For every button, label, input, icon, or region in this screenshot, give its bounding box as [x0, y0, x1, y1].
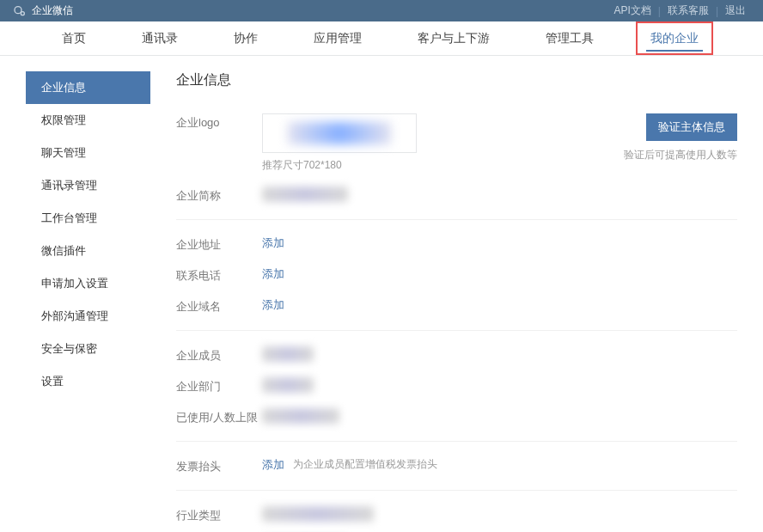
label-departments: 企业部门 — [176, 377, 262, 394]
separator: | — [658, 5, 661, 17]
verify-button[interactable]: 验证主体信息 — [646, 113, 737, 141]
sidebar-item-company-info[interactable]: 企业信息 — [26, 71, 150, 104]
divider — [176, 330, 737, 331]
sidebar-item-workbench[interactable]: 工作台管理 — [26, 202, 150, 235]
redacted-logo — [288, 122, 391, 144]
nav-admin-tools[interactable]: 管理工具 — [533, 21, 607, 55]
nav-collaboration[interactable]: 协作 — [221, 21, 271, 55]
redacted-value — [262, 408, 339, 424]
logo-preview[interactable] — [262, 113, 417, 153]
invoice-hint: 为企业成员配置增值税发票抬头 — [293, 457, 437, 472]
redacted-value — [262, 506, 374, 522]
redacted-value — [262, 377, 314, 393]
add-invoice-link[interactable]: 添加 — [262, 457, 284, 473]
sidebar-item-security[interactable]: 安全与保密 — [26, 333, 150, 365]
wecom-logo-icon — [13, 4, 27, 18]
top-nav: 首页 通讯录 协作 应用管理 客户与上下游 管理工具 我的企业 — [0, 21, 763, 56]
redacted-value — [262, 187, 348, 202]
label-members: 企业成员 — [176, 346, 262, 364]
sidebar-item-contacts-mgmt[interactable]: 通讯录管理 — [26, 169, 150, 202]
label-logo: 企业logo — [176, 113, 262, 131]
label-invoice: 发票抬头 — [176, 457, 262, 474]
add-phone-link[interactable]: 添加 — [262, 266, 284, 282]
divider — [176, 441, 737, 442]
nav-contacts[interactable]: 通讯录 — [129, 21, 191, 55]
label-shortname: 企业简称 — [176, 187, 262, 204]
sidebar: 企业信息 权限管理 聊天管理 通讯录管理 工作台管理 微信插件 申请加入设置 外… — [26, 56, 150, 532]
label-industry: 行业类型 — [176, 506, 262, 523]
svg-point-0 — [15, 6, 21, 13]
header-links: API文档 | 联系客服 | 退出 — [613, 3, 746, 18]
svg-point-1 — [21, 11, 24, 15]
sidebar-item-external-comm[interactable]: 外部沟通管理 — [26, 300, 150, 333]
label-phone: 联系电话 — [176, 266, 262, 284]
sidebar-item-chat[interactable]: 聊天管理 — [26, 137, 150, 169]
nav-app-management[interactable]: 应用管理 — [301, 21, 375, 55]
redacted-value — [262, 346, 314, 362]
header-bar: 企业微信 API文档 | 联系客服 | 退出 — [0, 0, 763, 21]
nav-my-company-label: 我的企业 — [650, 31, 699, 46]
active-underline — [646, 50, 703, 52]
brand: 企业微信 — [13, 3, 73, 18]
verify-hint: 验证后可提高使用人数等 — [624, 148, 737, 162]
add-address-link[interactable]: 添加 — [262, 235, 284, 251]
brand-text: 企业微信 — [32, 3, 73, 18]
label-address: 企业地址 — [176, 235, 262, 253]
sidebar-item-wechat-plugin[interactable]: 微信插件 — [26, 235, 150, 267]
logo-size-hint: 推荐尺寸702*180 — [262, 158, 417, 173]
label-usage: 已使用/人数上限 — [176, 408, 262, 425]
divider — [176, 219, 737, 220]
separator: | — [716, 5, 718, 17]
divider — [176, 490, 737, 491]
nav-my-company[interactable]: 我的企业 — [636, 21, 713, 55]
sidebar-item-join-settings[interactable]: 申请加入设置 — [26, 267, 150, 300]
link-contact-support[interactable]: 联系客服 — [668, 3, 709, 18]
page-title: 企业信息 — [176, 71, 737, 89]
nav-home[interactable]: 首页 — [49, 21, 99, 55]
link-logout[interactable]: 退出 — [725, 3, 746, 18]
sidebar-item-settings[interactable]: 设置 — [26, 365, 150, 398]
add-domain-link[interactable]: 添加 — [262, 297, 284, 313]
label-domain: 企业域名 — [176, 297, 262, 315]
content-panel: 企业信息 企业logo 推荐尺寸702*180 验证主体信息 验证后可提高使用人… — [150, 56, 737, 532]
nav-customers[interactable]: 客户与上下游 — [405, 21, 503, 55]
link-api-docs[interactable]: API文档 — [613, 3, 650, 18]
sidebar-item-permissions[interactable]: 权限管理 — [26, 104, 150, 137]
